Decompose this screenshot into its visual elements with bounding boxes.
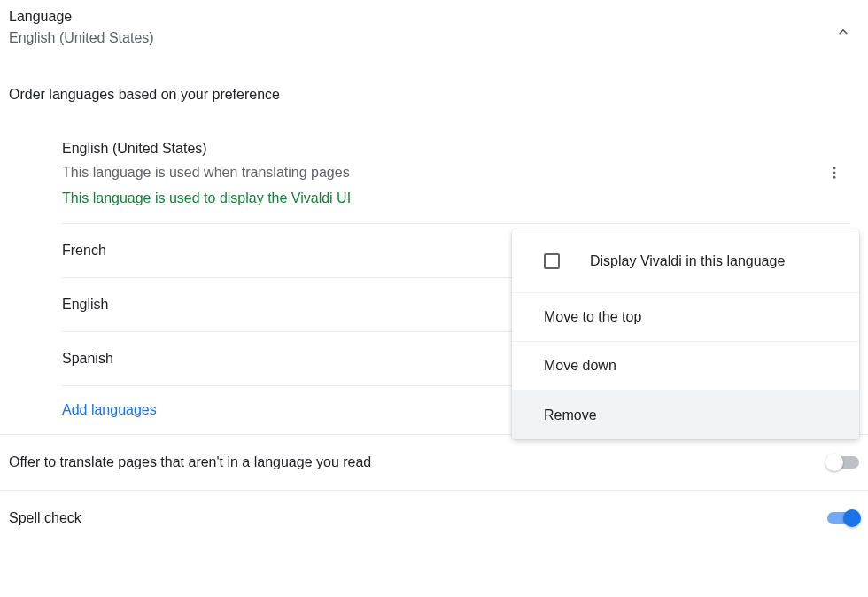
menu-item-label: Remove — [544, 407, 597, 423]
toggle-knob — [825, 454, 843, 471]
language-name: English (United States) — [62, 138, 850, 159]
spell-check-label: Spell check — [9, 510, 81, 526]
chevron-up-icon[interactable] — [834, 23, 852, 41]
language-section-header[interactable]: Language English (United States) — [9, 7, 859, 66]
svg-point-0 — [833, 167, 836, 169]
menu-move-to-top[interactable]: Move to the top — [512, 293, 859, 342]
translate-offer-row: Offer to translate pages that aren't in … — [0, 434, 868, 491]
more-vert-icon[interactable] — [818, 157, 850, 189]
translate-offer-label: Offer to translate pages that aren't in … — [9, 454, 371, 470]
menu-display-in-language[interactable]: Display Vivaldi in this language — [512, 229, 859, 293]
spell-check-row: Spell check — [0, 491, 868, 546]
menu-move-down[interactable]: Move down — [512, 342, 859, 391]
menu-item-label: Move to the top — [544, 309, 641, 325]
language-translate-note: This language is used when translating p… — [62, 159, 850, 186]
menu-remove[interactable]: Remove — [512, 391, 859, 439]
language-context-menu: Display Vivaldi in this language Move to… — [512, 229, 859, 439]
svg-point-1 — [833, 171, 836, 174]
language-item-primary: English (United States) This language is… — [62, 122, 850, 224]
toggle-knob — [843, 509, 861, 527]
section-title: Language — [9, 7, 154, 27]
checkbox-icon[interactable] — [544, 253, 560, 269]
language-ui-note: This language is used to display the Viv… — [62, 186, 850, 210]
order-languages-label: Order languages based on your preference — [9, 87, 859, 103]
menu-item-label: Move down — [544, 358, 616, 374]
menu-item-label: Display Vivaldi in this language — [590, 253, 785, 269]
svg-point-2 — [833, 176, 836, 179]
section-subtitle: English (United States) — [9, 27, 154, 50]
spell-check-toggle[interactable] — [827, 512, 859, 524]
translate-offer-toggle[interactable] — [827, 456, 859, 469]
